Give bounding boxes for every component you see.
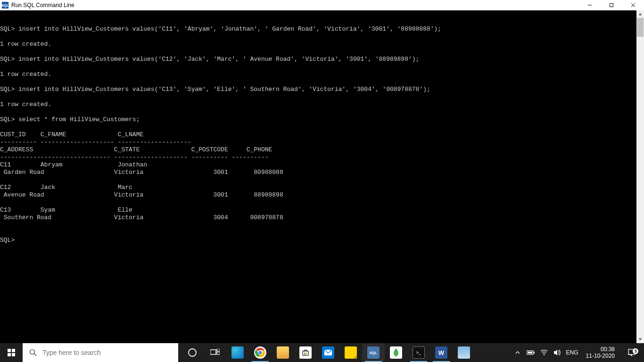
edge-icon xyxy=(231,346,244,359)
minimize-button[interactable] xyxy=(579,0,601,10)
svg-rect-6 xyxy=(8,349,11,352)
window-titlebar: SQL Run SQL Command Line xyxy=(0,0,644,10)
sticky-notes-icon xyxy=(345,346,357,359)
taskbar-explorer[interactable] xyxy=(272,343,294,362)
svg-marker-4 xyxy=(639,13,642,16)
start-button[interactable] xyxy=(0,343,23,362)
search-box[interactable] xyxy=(23,343,178,362)
terminal-area: SQL> insert into HillView_Customers valu… xyxy=(0,10,644,343)
maximize-button[interactable] xyxy=(601,0,622,10)
svg-rect-26 xyxy=(534,352,535,354)
scrollbar[interactable] xyxy=(636,10,644,343)
system-tray: ENG 00:38 11-10-2020 3 xyxy=(513,343,644,362)
svg-rect-20 xyxy=(304,353,305,354)
tray-clock[interactable]: 00:38 11-10-2020 xyxy=(583,346,618,359)
svg-rect-15 xyxy=(217,352,220,354)
svg-point-28 xyxy=(544,354,545,355)
svg-rect-13 xyxy=(210,350,216,354)
svg-marker-29 xyxy=(554,350,557,355)
taskbar-chrome[interactable] xyxy=(249,343,272,362)
svg-point-10 xyxy=(30,350,35,354)
svg-rect-22 xyxy=(304,354,305,355)
chrome-icon xyxy=(254,346,266,359)
tray-battery-icon[interactable] xyxy=(527,343,535,362)
taskview-icon xyxy=(210,349,220,356)
svg-rect-7 xyxy=(12,349,15,352)
svg-rect-1 xyxy=(610,4,613,7)
windows-icon xyxy=(8,349,15,356)
notification-count: 3 xyxy=(633,348,638,354)
svg-rect-19 xyxy=(303,351,308,355)
svg-point-12 xyxy=(189,349,196,356)
taskbar-mail[interactable] xyxy=(317,343,339,362)
cortana-icon xyxy=(188,348,197,357)
taskbar-mongodb[interactable] xyxy=(385,343,407,362)
scroll-down-button[interactable] xyxy=(636,336,644,343)
taskbar-word[interactable]: W xyxy=(430,343,453,362)
svg-rect-21 xyxy=(306,353,307,354)
word-icon: W xyxy=(435,346,447,359)
app-icon: SQL xyxy=(2,2,8,8)
tray-language-label: ENG xyxy=(566,349,578,356)
store-icon xyxy=(299,346,312,359)
scroll-thumb[interactable] xyxy=(637,18,644,37)
search-icon xyxy=(29,349,37,356)
taskbar-notepad[interactable] xyxy=(453,343,475,362)
terminal-text: SQL> insert into HillView_Customers valu… xyxy=(0,25,636,244)
taskbar-taskview[interactable] xyxy=(204,343,226,362)
tray-time: 00:38 xyxy=(586,346,615,353)
taskbar-sqlplus[interactable]: SQL xyxy=(362,343,385,362)
taskbar-store[interactable] xyxy=(294,343,317,362)
cmd-icon: >_ xyxy=(413,346,425,359)
tray-volume-icon[interactable] xyxy=(553,343,561,362)
terminal-output[interactable]: SQL> insert into HillView_Customers valu… xyxy=(0,10,636,343)
sqlplus-icon: SQL xyxy=(367,346,380,359)
svg-rect-27 xyxy=(528,352,532,354)
taskbar-cortana[interactable] xyxy=(181,343,204,362)
taskbar-pinned: SQL >_ W xyxy=(181,343,475,362)
svg-rect-14 xyxy=(217,349,220,351)
close-button[interactable] xyxy=(622,0,644,10)
svg-marker-5 xyxy=(639,338,642,341)
folder-icon xyxy=(277,346,289,359)
svg-line-11 xyxy=(34,354,37,356)
scroll-up-button[interactable] xyxy=(636,10,644,18)
notepad-icon xyxy=(458,346,470,359)
window-buttons xyxy=(579,0,644,10)
tray-wifi-icon[interactable] xyxy=(540,343,548,362)
mongodb-icon xyxy=(390,346,402,359)
taskbar: SQL >_ W xyxy=(0,343,644,362)
tray-date: 11-10-2020 xyxy=(586,353,615,359)
mail-icon xyxy=(322,346,334,359)
tray-language[interactable]: ENG xyxy=(566,343,578,362)
search-input[interactable] xyxy=(42,349,160,356)
svg-rect-23 xyxy=(306,354,307,355)
taskbar-sticky-notes[interactable] xyxy=(339,343,362,362)
svg-rect-8 xyxy=(8,353,11,356)
taskbar-edge[interactable] xyxy=(226,343,249,362)
svg-rect-9 xyxy=(12,353,15,356)
window-title: Run SQL Command Line xyxy=(11,2,74,8)
tray-notifications[interactable]: 3 xyxy=(622,348,641,357)
tray-chevron-up-icon[interactable] xyxy=(513,343,522,362)
taskbar-cmd[interactable]: >_ xyxy=(407,343,430,362)
